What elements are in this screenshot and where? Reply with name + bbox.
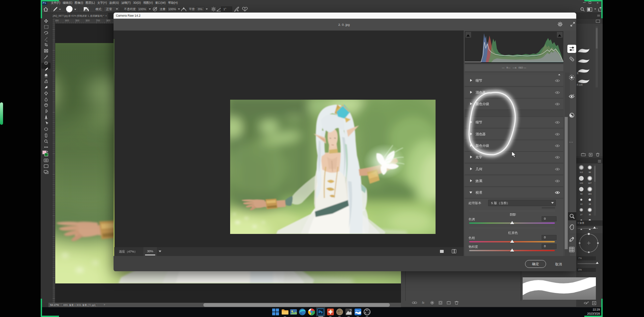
svg-text:fx: fx (422, 301, 425, 304)
svg-text:127: 127 (588, 182, 592, 184)
svg-text:27: 27 (580, 214, 583, 216)
svg-text:100: 100 (580, 182, 583, 184)
svg-text:19: 19 (589, 203, 591, 205)
svg-text:59: 59 (580, 193, 583, 195)
svg-text:183: 183 (588, 193, 592, 195)
svg-text:112: 112 (580, 171, 583, 173)
svg-text:13: 13 (580, 203, 583, 205)
svg-text:60: 60 (589, 171, 591, 173)
svg-text:35: 35 (589, 214, 591, 216)
